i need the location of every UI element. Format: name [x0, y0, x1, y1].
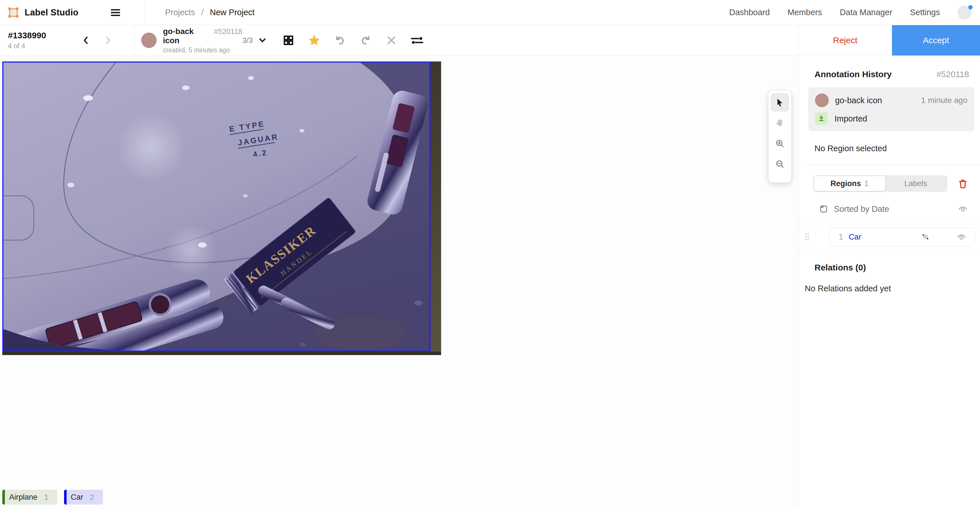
chip-hotkey: 2 — [90, 490, 94, 505]
nav-settings[interactable]: Settings — [910, 8, 940, 17]
annotation-actions — [280, 25, 426, 56]
star-ground-truth-button[interactable] — [305, 32, 323, 49]
tab-regions[interactable]: Regions 1 — [814, 176, 885, 191]
panel-divider — [805, 165, 980, 165]
nav-members[interactable]: Members — [788, 8, 822, 17]
region-sort-control[interactable]: Sorted by Date — [819, 202, 970, 216]
car-region-bounding-box[interactable] — [3, 62, 430, 351]
tab-regions-label: Regions — [830, 179, 861, 188]
history-status-row: Imported — [815, 112, 967, 125]
top-navigation: Dashboard Members Data Manager Settings — [729, 6, 980, 19]
no-region-selected-text: No Region selected — [815, 144, 980, 153]
task-id: #1338990 — [8, 30, 80, 40]
zoom-out-tool[interactable] — [771, 155, 789, 173]
relations-empty-text: No Relations added yet — [805, 284, 980, 293]
app-logo[interactable]: Label Studio — [0, 6, 78, 19]
history-time: 1 minute ago — [921, 96, 967, 105]
pan-hand-tool[interactable] — [771, 114, 789, 132]
history-status: Imported — [835, 114, 867, 124]
nav-data-manager[interactable]: Data Manager — [840, 8, 892, 17]
canvas-tool-palette — [768, 91, 791, 183]
imported-download-icon — [815, 112, 827, 125]
label-chip-car[interactable]: Car 2 — [64, 490, 103, 505]
tab-labels-label: Labels — [905, 179, 928, 188]
delete-all-regions-button[interactable] — [956, 177, 970, 191]
annotation-selector[interactable]: go-back icon #520118 created, 5 minutes … — [134, 25, 271, 56]
annotator-name: go-back icon — [163, 27, 210, 45]
notification-dot — [968, 5, 972, 10]
nav-dashboard[interactable]: Dashboard — [729, 8, 770, 17]
region-row-car: 1 Car — [799, 227, 980, 246]
sort-by-date-icon — [819, 204, 828, 214]
reject-button[interactable]: Reject — [798, 25, 892, 56]
history-author: go-back icon — [835, 96, 882, 105]
annotation-index: 3/3 — [242, 36, 253, 45]
tab-labels[interactable]: Labels — [885, 176, 947, 191]
photo-right-strip — [431, 62, 441, 355]
history-card: go-back icon 1 minute ago Imported — [808, 87, 974, 131]
panel-annotation-id: #520118 — [936, 70, 969, 79]
side-panel: Annotation History #520118 go-back icon … — [798, 56, 980, 510]
annotation-id: #520118 — [214, 27, 242, 36]
annotator-avatar — [141, 33, 157, 48]
rectangle-region-icon — [921, 233, 930, 241]
annotation-history-title: Annotation History — [815, 70, 892, 79]
accept-button[interactable]: Accept — [892, 25, 980, 56]
zoom-in-tool[interactable] — [771, 135, 789, 153]
photo-bottom-strip — [2, 352, 441, 355]
chip-label: Airplane — [9, 490, 37, 505]
undo-button[interactable] — [331, 32, 349, 49]
region-list: 1 Car — [799, 224, 980, 250]
annotation-created-info: created, 5 minutes ago — [163, 46, 242, 54]
region-visibility-eye-icon[interactable] — [955, 230, 968, 244]
settings-sliders-button[interactable] — [408, 32, 426, 49]
label-studio-logo-icon — [8, 6, 19, 19]
drag-handle-icon[interactable] — [804, 233, 810, 241]
region-item[interactable]: 1 Car — [829, 227, 975, 246]
label-studio-app: Label Studio Projects / New Project Dash… — [0, 0, 980, 510]
label-chips: Airplane 1 Car 2 — [2, 490, 103, 505]
task-position: 4 of 4 — [8, 42, 80, 50]
hamburger-menu-icon[interactable] — [107, 4, 124, 21]
chip-hotkey: 1 — [44, 490, 48, 505]
app-title: Label Studio — [25, 8, 78, 18]
toggle-all-regions-visibility-eye-icon[interactable] — [956, 202, 970, 216]
task-info-section: #1338990 4 of 4 — [0, 25, 134, 56]
redo-button[interactable] — [357, 32, 374, 49]
topbar-divider — [145, 0, 145, 25]
previous-task-button[interactable] — [80, 34, 92, 47]
top-bar: Label Studio Projects / New Project Dash… — [0, 0, 980, 25]
reset-button[interactable] — [382, 32, 400, 49]
user-avatar[interactable] — [958, 6, 971, 19]
breadcrumb-current-project: New Project — [210, 8, 255, 17]
move-select-tool[interactable] — [771, 94, 789, 111]
region-label: Car — [849, 233, 861, 241]
history-entry[interactable]: go-back icon 1 minute ago — [815, 94, 967, 107]
task-image[interactable]: E TYPE JAGUAR 4.2 — [2, 62, 441, 355]
tab-regions-count: 1 — [864, 179, 869, 188]
region-index: 1 — [839, 233, 843, 241]
chevron-down-icon — [258, 36, 267, 45]
label-chip-airplane[interactable]: Airplane 1 — [2, 490, 57, 505]
breadcrumb: Projects / New Project — [165, 8, 255, 17]
next-task-button[interactable] — [101, 34, 115, 47]
breadcrumb-separator: / — [201, 8, 204, 17]
sort-label: Sorted by Date — [834, 204, 889, 214]
grid-view-button[interactable] — [280, 32, 298, 49]
history-avatar — [815, 94, 829, 107]
annotation-canvas[interactable]: E TYPE JAGUAR 4.2 — [0, 56, 798, 510]
chip-label: Car — [71, 490, 83, 505]
annotation-toolbar: #1338990 4 of 4 go-back icon #520118 cre… — [0, 25, 980, 56]
breadcrumb-projects[interactable]: Projects — [165, 8, 195, 17]
regions-labels-tabs: Regions 1 Labels — [813, 175, 970, 192]
relations-title: Relations (0) — [815, 263, 980, 272]
